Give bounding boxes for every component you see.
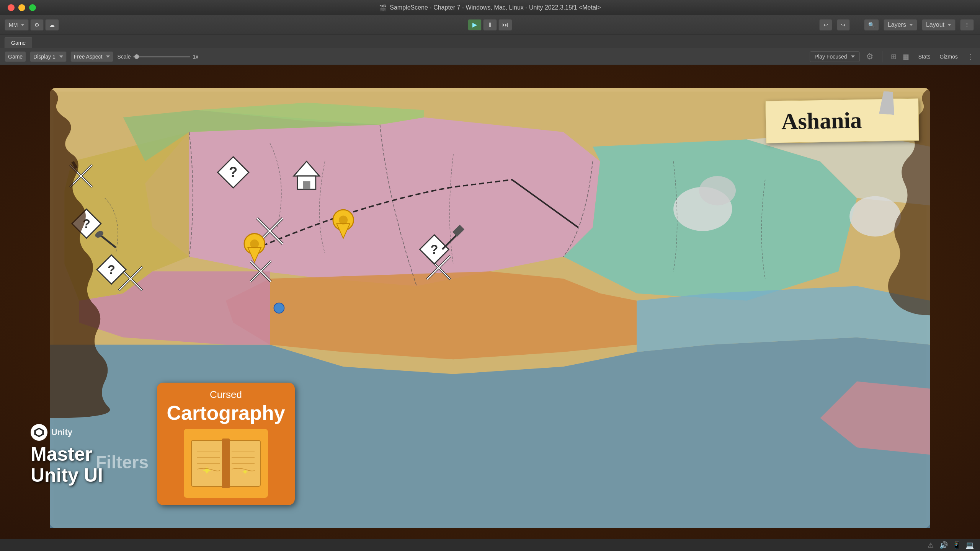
separator <box>857 19 857 31</box>
game-area: ? ? ? ? <box>0 65 980 551</box>
gizmos-button[interactable]: Gizmos <box>937 53 961 60</box>
cloud-button[interactable]: ☁ <box>45 19 59 31</box>
play-button[interactable]: ▶ <box>468 19 482 31</box>
layers-chevron-icon <box>909 24 913 26</box>
more-button[interactable]: ⋮ <box>967 52 974 61</box>
game-label: Game <box>5 51 26 62</box>
book-icon: ✦ ✦ <box>184 429 268 498</box>
svg-point-44 <box>339 216 348 225</box>
tabs-bar: Game <box>0 34 980 48</box>
layout-chevron-icon <box>947 24 951 26</box>
minimize-button[interactable] <box>18 4 25 11</box>
more-options-button[interactable]: ⋮ <box>960 19 974 31</box>
svg-point-5 <box>849 196 901 236</box>
step-button[interactable]: ⏭ <box>498 19 512 31</box>
separator2 <box>882 51 882 62</box>
unity-branding-area: Unity Master Unity UI <box>31 424 103 486</box>
unity-logo-svg <box>34 427 44 438</box>
cursed-small-title: Cursed <box>210 389 242 401</box>
master-text-line1: Master <box>31 444 103 465</box>
ashania-note: Ashania <box>765 98 919 143</box>
mm-button[interactable]: MM <box>5 19 29 31</box>
svg-text:?: ? <box>229 164 237 180</box>
cursed-large-title: Cartography <box>167 401 285 424</box>
toolbar-right: ↩ ↪ 🔍 Layers Layout ⋮ <box>819 19 974 31</box>
stats-button[interactable]: Stats <box>915 53 934 60</box>
game-toolbar-right: Play Focused ⚙ ⊞ ▦ Stats Gizmos ⋮ <box>810 51 974 62</box>
region-pink-area <box>145 117 600 286</box>
mm-chevron-icon <box>21 24 24 26</box>
volume-icon[interactable]: 🔊 <box>939 541 948 549</box>
monitor-icon[interactable]: 💻 <box>965 541 974 549</box>
main-toolbar: MM ⚙ ☁ ▶ ⏸ ⏭ ↩ ↪ 🔍 Layers Layout ⋮ <box>0 15 980 34</box>
svg-text:✦: ✦ <box>202 464 212 478</box>
master-text-line2: Unity UI <box>31 465 103 486</box>
layers-button[interactable]: Layers <box>884 19 917 31</box>
window-title: 🎬 SampleScene - Chapter 7 - Windows, Mac… <box>379 4 601 11</box>
svg-rect-53 <box>222 439 230 488</box>
aspect-ratio-icon[interactable]: ⊞ <box>891 52 897 61</box>
maximize-button[interactable] <box>29 4 36 11</box>
playback-controls: ▶ ⏸ ⏭ <box>468 19 512 31</box>
aspect-chevron-icon <box>106 55 110 58</box>
redo-button[interactable]: ↪ <box>837 19 850 31</box>
scale-container: Scale 1x <box>117 54 198 60</box>
undo-button[interactable]: ↩ <box>819 19 832 31</box>
traffic-lights <box>8 4 36 11</box>
display-select[interactable]: Display 1 <box>30 51 67 62</box>
aspect-select[interactable]: Free Aspect <box>70 51 114 62</box>
play-focused-button[interactable]: Play Focused <box>810 51 860 62</box>
device-icon[interactable]: 📱 <box>952 541 961 549</box>
settings-button[interactable]: ⚙ <box>30 19 44 31</box>
svg-point-41 <box>250 240 259 248</box>
display-chevron-icon <box>59 55 63 58</box>
unity-logo <box>31 424 47 441</box>
filters-text: Filters <box>96 452 149 473</box>
title-bar: 🎬 SampleScene - Chapter 7 - Windows, Mac… <box>0 0 980 15</box>
close-button[interactable] <box>8 4 15 11</box>
region-orange-bottom <box>226 271 637 359</box>
status-bar: ⚠ 🔊 📱 💻 <box>0 539 980 551</box>
unity-brand-text: Unity <box>51 427 72 437</box>
book-svg: ✦ ✦ <box>188 433 264 494</box>
svg-rect-38 <box>303 181 310 189</box>
toolbar-left: MM ⚙ ☁ <box>5 19 59 31</box>
scale-slider-thumb <box>134 54 139 59</box>
stats-gizmos-group: Stats Gizmos <box>915 53 961 60</box>
settings-gear-button[interactable]: ⚙ <box>866 52 874 62</box>
search-button[interactable]: 🔍 <box>864 19 879 31</box>
pause-button[interactable]: ⏸ <box>483 19 497 31</box>
warning-icon[interactable]: ⚠ <box>926 541 935 549</box>
play-focused-chevron-icon <box>851 55 855 58</box>
grid-view-icon[interactable]: ▦ <box>903 52 909 61</box>
cursed-card: Cursed Cartography <box>157 383 295 505</box>
scale-slider[interactable] <box>133 56 190 57</box>
map-container[interactable]: ? ? ? ? <box>23 88 957 528</box>
tab-game[interactable]: Game <box>5 37 32 48</box>
scene-icon: 🎬 <box>379 4 387 11</box>
marker-blue-dot <box>274 303 284 313</box>
svg-text:?: ? <box>430 243 438 256</box>
unity-logo-row: Unity <box>31 424 103 441</box>
svg-point-4 <box>699 176 736 205</box>
layout-button[interactable]: Layout <box>922 19 956 31</box>
game-toolbar: Game Display 1 Free Aspect Scale 1x Play… <box>0 48 980 65</box>
svg-text:?: ? <box>108 263 115 277</box>
